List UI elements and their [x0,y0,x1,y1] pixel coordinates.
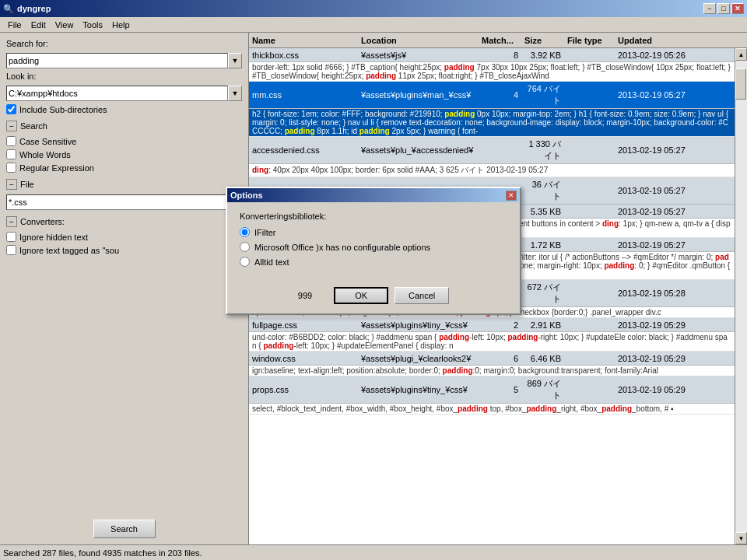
radio-alltid-label: Alltid text [254,257,289,267]
dialog-footer: 999 OK Cancel [227,281,520,313]
radio-ifilter-label: IFilter [254,228,276,237]
dialog-body: Konverteringsbibliotek: IFilter Microsof… [227,202,520,281]
dialog-overlay: Options ✕ Konverteringsbibliotek: IFilte… [0,0,747,560]
dialog-title-bar: Options ✕ [227,188,520,202]
radio-msoffice-row: Microsoft Office )x has no configurable … [240,242,507,252]
options-dialog: Options ✕ Konverteringsbibliotek: IFilte… [226,187,521,315]
dialog-ok-button[interactable]: OK [334,287,388,304]
dialog-cancel-button[interactable]: Cancel [395,287,449,304]
dialog-section-label: Konverteringsbibliotek: [240,212,507,221]
radio-msoffice[interactable] [240,242,250,252]
dialog-title: Options [230,191,263,200]
dialog-count: 999 [298,291,312,300]
radio-alltid[interactable] [240,257,250,267]
radio-ifilter-row: IFilter [240,227,507,237]
radio-alltid-row: Alltid text [240,257,507,267]
radio-ifilter[interactable] [240,227,250,237]
dialog-close-button[interactable]: ✕ [506,191,517,201]
radio-msoffice-label: Microsoft Office )x has no configurable … [254,243,430,252]
